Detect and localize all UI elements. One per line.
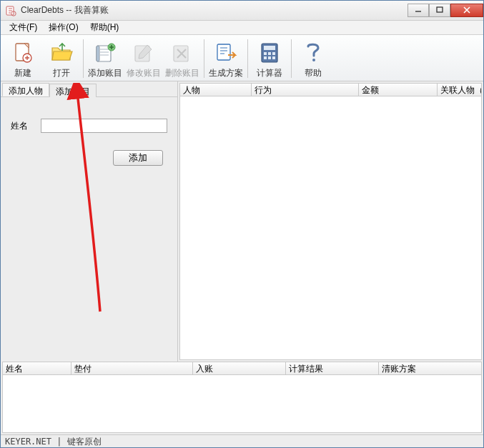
svg-rect-15 [264,52,267,55]
toolbar-separator [204,39,204,78]
app-icon [5,5,16,16]
right-columns: 人物 行为 金额 关联人物（分 [180,84,481,96]
col-action[interactable]: 行为 [252,84,359,96]
lcol-paid[interactable]: 垫付 [71,362,193,374]
title-bar: ClearDebts -- 我善算账 [1,1,483,21]
close-button[interactable] [450,4,483,17]
generate-plan-icon [213,40,239,66]
lcol-result[interactable]: 计算结果 [286,362,379,374]
name-label: 姓名 [11,120,41,132]
lcol-income[interactable]: 入账 [193,362,286,374]
tab-add-entry[interactable]: 添加账目 [49,84,97,97]
svg-rect-17 [272,52,275,55]
col-person[interactable]: 人物 [180,84,252,96]
delete-entry-icon [169,40,195,66]
left-pane: 添加人物 添加账目 姓名 添加 [1,81,178,362]
right-list[interactable]: 人物 行为 金额 关联人物（分 [180,84,481,359]
svg-rect-20 [272,56,275,59]
name-input[interactable] [41,119,167,133]
left-tab-body: 姓名 添加 [1,97,177,362]
svg-rect-19 [268,56,271,59]
toolbar-separator [291,39,292,78]
calculator-icon [257,40,282,66]
tool-generate-plan[interactable]: 生成方案 [207,36,245,81]
svg-rect-14 [264,46,275,50]
menu-help[interactable]: 帮助(H) [84,20,125,35]
minimize-button[interactable] [408,4,429,17]
tool-help-label: 帮助 [305,67,322,79]
open-folder-icon [49,40,74,66]
tool-open-label: 打开 [53,67,70,79]
maximize-button[interactable] [429,4,450,17]
tool-add-entry-label: 添加账目 [88,67,122,79]
tool-generate-plan-label: 生成方案 [209,67,243,79]
tool-edit-entry-label: 修改账目 [127,67,161,79]
tab-add-person[interactable]: 添加人物 [2,83,49,96]
tool-new-label: 新建 [14,67,31,79]
tool-delete-entry: 删除账目 [163,36,202,81]
toolbar: 新建 打开 添加账目 [1,35,483,81]
tool-delete-entry-label: 删除账目 [165,67,199,79]
lower-panel: 姓名 垫付 入账 计算结果 清账方案 [2,362,482,433]
new-file-icon [10,40,36,66]
tool-calculator[interactable]: 计算器 [250,36,289,81]
svg-point-21 [312,59,315,61]
lower-columns: 姓名 垫付 入账 计算结果 清账方案 [3,362,481,375]
add-entry-icon [92,40,118,66]
menu-bar: 文件(F) 操作(O) 帮助(H) [1,21,483,35]
help-icon [300,40,326,66]
edit-entry-icon [131,40,157,66]
tool-open[interactable]: 打开 [42,36,81,81]
tool-calculator-label: 计算器 [257,67,282,79]
lcol-plan[interactable]: 清账方案 [379,362,481,374]
tool-edit-entry: 修改账目 [124,36,163,81]
tool-new[interactable]: 新建 [4,36,42,81]
toolbar-separator [247,39,248,78]
add-button[interactable]: 添加 [113,150,163,166]
svg-rect-16 [268,52,271,55]
left-tab-strip: 添加人物 添加账目 [1,81,177,97]
lower-list[interactable]: 姓名 垫付 入账 计算结果 清账方案 [3,362,481,432]
right-pane: 人物 行为 金额 关联人物（分 [179,83,482,360]
status-text: KEYER.NET | 键客原创 [5,437,102,447]
menu-file[interactable]: 文件(F) [4,20,43,35]
main-area: 添加人物 添加账目 姓名 添加 人物 行为 金额 关联人物（分 [1,81,483,362]
svg-rect-8 [97,46,99,61]
window-title: ClearDebts -- 我善算账 [21,4,408,16]
toolbar-separator [83,39,84,78]
svg-rect-12 [217,44,230,60]
col-related[interactable]: 关联人物（分 [438,84,481,96]
svg-rect-18 [264,56,267,59]
status-bar: KEYER.NET | 键客原创 [1,434,483,447]
window-controls [408,4,483,18]
form-row-name: 姓名 [11,119,167,133]
menu-operate[interactable]: 操作(O) [43,20,84,35]
tool-add-entry[interactable]: 添加账目 [86,36,124,81]
svg-rect-3 [437,7,443,12]
tool-help[interactable]: 帮助 [294,36,332,81]
lcol-name[interactable]: 姓名 [3,362,71,374]
col-amount[interactable]: 金额 [359,84,438,96]
